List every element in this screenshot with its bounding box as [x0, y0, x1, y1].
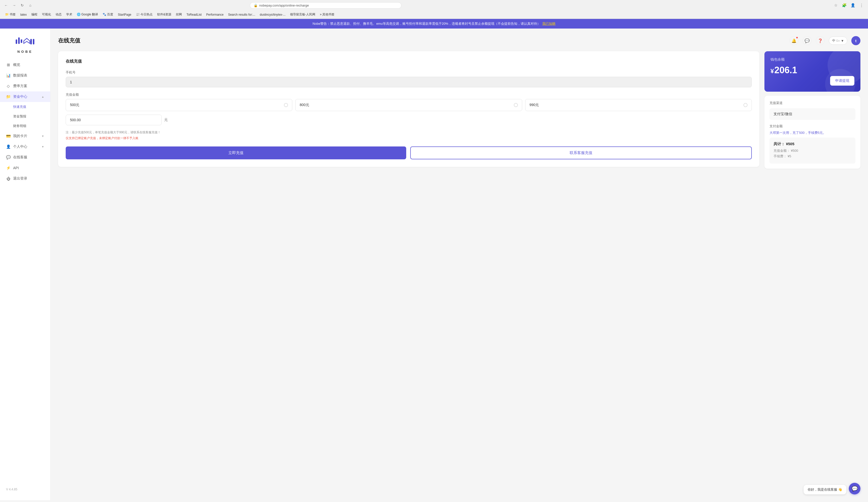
total-label: 共计： [774, 142, 785, 146]
overview-icon: ⊞ [6, 63, 11, 67]
form-note: 注：最少充值500元，单笔充值金额大于990元，请联系在线客服充值！ [66, 130, 752, 135]
help-button[interactable]: ❓ [816, 36, 825, 45]
sidebar-label-logout: 退出登录 [13, 176, 44, 181]
bookmark-toreadlist[interactable]: ToReadList [184, 12, 204, 17]
sidebar-label-support: 在线客服 [13, 155, 44, 160]
form-warning: 仅支持已绑定账户充值，未绑定账户付款一律不予入账 [66, 136, 752, 140]
profile-icon: 👤 [6, 145, 11, 149]
cards-arrow-icon: ▼ [41, 135, 44, 138]
contact-support-button[interactable]: 联系客服充值 [410, 146, 752, 159]
phone-input[interactable] [66, 77, 752, 87]
amount-label: 充值金额 [66, 92, 752, 97]
bookmark-star-button[interactable]: ☆ [833, 2, 839, 9]
promo-text: 大邓第一次用，充了500，手续费5元。 [769, 130, 855, 135]
bookmark-dustincys[interactable]: dustincys/tinytex-... [258, 12, 288, 17]
bookmark-leaders[interactable]: 领导留言板-人民网 [288, 12, 317, 18]
bookmark-search-results[interactable]: Search results for:... [226, 12, 257, 17]
amount-500-radio[interactable] [284, 103, 288, 107]
sidebar-label-cards: 我的卡片 [13, 134, 39, 138]
logo-icon [15, 34, 35, 49]
fee-row: 手续费： ¥5 [774, 154, 851, 159]
sidebar-label-overview: 概览 [13, 63, 44, 67]
amount-800-radio[interactable] [514, 103, 518, 107]
user-avatar[interactable]: t [851, 36, 860, 45]
amount-option-500[interactable]: 500元 [66, 99, 292, 111]
funds-arrow-icon: ▲ [41, 95, 44, 98]
amount-990-radio[interactable] [743, 103, 747, 107]
sidebar-label-api: API [13, 166, 44, 170]
withdraw-button[interactable]: 申请提现 [830, 76, 854, 86]
bookmark-bookmarks[interactable]: 📁 书签 [3, 12, 18, 18]
page-title: 在线充值 [58, 37, 80, 44]
recharge-amount-value: ¥500 [791, 149, 798, 153]
recharge-card-title: 在线充值 [66, 59, 752, 64]
url-bar[interactable]: 🔒 nobepay.com/app/online-recharge [250, 2, 401, 9]
sidebar-sub-item-finance[interactable]: 财务明细 [0, 121, 50, 131]
lock-icon: 🔒 [254, 3, 258, 7]
sidebar-item-profile[interactable]: 👤 个人中心 ▼ [0, 142, 50, 152]
chat-open-button[interactable]: 💬 [849, 483, 860, 494]
sidebar-item-logout[interactable]: ⏻ 退出登录 [0, 173, 50, 184]
sidebar-sub-item-quick-recharge[interactable]: 快速充值 [0, 102, 50, 112]
sidebar-nav: ⊞ 概览 📊 数据报表 ◇ 费率方案 📁 资金中心 ▲ 快速充值 资金预报 财务… [0, 60, 50, 483]
bookmark-latex[interactable]: latex [18, 12, 29, 17]
chevron-down-icon: ▼ [841, 39, 844, 43]
alert-text: Nobe警告：禁止恶意退款、拒付、撸羊毛、emu等高危交易，账号拒付率和退款率需… [312, 21, 540, 26]
notification-button[interactable]: 🔔 [789, 36, 798, 45]
chat-widget-icon: 💬 [851, 485, 858, 492]
extensions-button[interactable]: 🧩 [841, 2, 848, 9]
sidebar-item-rates[interactable]: ◇ 费率方案 [0, 81, 50, 91]
svg-rect-1 [18, 38, 20, 44]
main-content: 在线充值 🔔 💬 ❓ 中 En ▼ t [51, 29, 868, 500]
bookmark-more[interactable]: » 其他书签 [318, 12, 337, 18]
bookmark-dynamic[interactable]: 动态 [53, 12, 64, 18]
bookmark-startpage[interactable]: StartPage [116, 12, 133, 17]
app-layout: NOBE ⊞ 概览 📊 数据报表 ◇ 费率方案 📁 资金中心 ▲ 快速充值 资金… [0, 29, 868, 500]
bookmark-performance[interactable]: Performance [204, 12, 226, 17]
profile-button[interactable]: 👤 [850, 2, 856, 9]
payment-summary: 共计： ¥505 充值金额： ¥500 手续费： ¥5 [769, 138, 855, 164]
bookmark-silk[interactable]: 丝网 [174, 12, 184, 18]
bookmarks-bar: 📁 书签 latex 编程 可视化 动态 学术 🌐 Google 翻译 🐾 百度… [0, 11, 868, 19]
custom-amount-input[interactable] [66, 115, 162, 125]
language-button[interactable]: 中 En ▼ [829, 36, 847, 45]
svg-rect-0 [16, 39, 17, 44]
custom-amount-unit: 元 [164, 118, 168, 122]
back-button[interactable]: ← [3, 2, 9, 8]
channel-alipay-wechat[interactable]: 支付宝/微信 [769, 108, 855, 120]
amount-option-990[interactable]: 990元 [525, 99, 752, 111]
payment-amount-section: 支付金额 大邓第一次用，充了500，手续费5元。 共计： ¥505 充值金额： [769, 124, 855, 164]
bookmark-baidu[interactable]: 🐾 百度 [101, 12, 115, 18]
header-actions: 🔔 💬 ❓ 中 En ▼ t [789, 36, 860, 45]
refresh-button[interactable]: ↻ [19, 2, 25, 8]
sidebar-item-api[interactable]: ⚡ API [0, 163, 50, 173]
sidebar-sub-item-forecast[interactable]: 资金预报 [0, 112, 50, 121]
total-row: 共计： ¥505 [774, 142, 851, 146]
sidebar-item-support[interactable]: 💬 在线客服 [0, 152, 50, 163]
amount-option-800[interactable]: 800元 [295, 99, 522, 111]
sidebar-item-funds[interactable]: 📁 资金中心 ▲ [0, 91, 50, 102]
promo-link[interactable]: 大邓第一次用，充了500，手续费5元。 [769, 131, 826, 135]
bookmark-hot-news[interactable]: 📰 今日热点 [134, 12, 155, 18]
forward-button[interactable]: → [11, 2, 17, 8]
sidebar-item-overview[interactable]: ⊞ 概览 [0, 60, 50, 70]
bookmark-google-translate[interactable]: 🌐 Google 翻译 [75, 12, 100, 18]
bookmark-visualization[interactable]: 可视化 [40, 12, 53, 18]
chat-header-button[interactable]: 💬 [803, 36, 812, 45]
url-text: nobepay.com/app/online-recharge [259, 3, 309, 7]
wallet-currency: ¥ [771, 68, 774, 74]
sidebar-item-my-cards[interactable]: 💳 我的卡片 ▼ [0, 131, 50, 142]
recharge-form-col: 在线充值 手机号 充值金额 500元 80 [58, 51, 760, 167]
alert-acknowledge-link[interactable]: 我已知晓 [542, 21, 556, 26]
bookmark-programming[interactable]: 编程 [29, 12, 39, 18]
bookmark-academic[interactable]: 学术 [64, 12, 74, 18]
bookmark-software[interactable]: 软件&资源 [155, 12, 173, 18]
submit-recharge-button[interactable]: 立即充值 [66, 146, 406, 159]
menu-button[interactable]: ⋮ [858, 2, 865, 9]
sidebar-version: V 4.4.85 [0, 483, 50, 495]
payment-amount-label: 支付金额 [769, 124, 855, 128]
amount-form-group: 充值金额 500元 800元 990元 [66, 92, 752, 125]
home-button[interactable]: ⌂ [27, 2, 33, 8]
sidebar-item-reports[interactable]: 📊 数据报表 [0, 70, 50, 81]
sidebar: NOBE ⊞ 概览 📊 数据报表 ◇ 费率方案 📁 资金中心 ▲ 快速充值 资金… [0, 29, 51, 500]
